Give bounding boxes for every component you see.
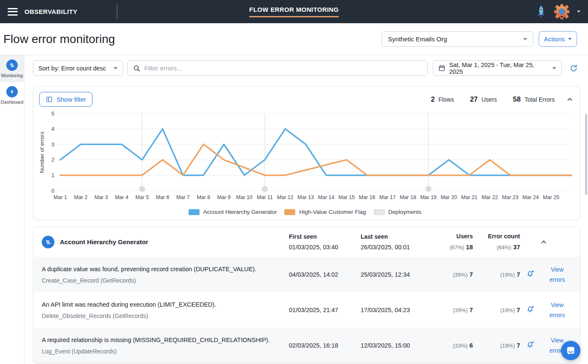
error-first-seen: 02/03/2025, 16:18	[289, 342, 361, 349]
error-count: (19%) 7	[473, 306, 520, 314]
add-alert-bell-icon[interactable]	[526, 340, 535, 349]
filter-errors-searchbox[interactable]	[127, 60, 428, 76]
error-count: (19%) 7	[473, 271, 520, 278]
svg-text:Mar 3: Mar 3	[94, 194, 108, 200]
svg-text:Mar 8: Mar 8	[197, 194, 210, 200]
error-users: (39%) 7	[432, 306, 473, 314]
svg-text:5: 5	[51, 111, 54, 117]
refresh-button[interactable]	[567, 62, 580, 75]
error-message: A duplicate value was found, preventing …	[42, 266, 289, 272]
actions-button[interactable]: Actions	[539, 31, 577, 47]
column-header-last-seen: Last seen	[361, 233, 432, 240]
errors-chart-panel: Show filter 2Flows 27Users 58Total Error…	[33, 86, 580, 220]
panel-toggle-icon	[46, 96, 53, 103]
vertical-scrollbar[interactable]	[585, 114, 587, 195]
date-range-dropdown[interactable]: Sat, Mar 1, 2025 - Tue, Mar 25, 2025	[433, 60, 562, 76]
column-header-users: Users	[432, 233, 473, 240]
filter-errors-input[interactable]	[144, 65, 422, 72]
chat-launcher-button[interactable]	[561, 341, 580, 360]
svg-text:Mar 18: Mar 18	[400, 194, 416, 200]
chevron-down-icon	[523, 38, 527, 40]
error-users: (33%) 6	[432, 342, 473, 349]
flow-last-seen: 26/03/2025, 00:01	[361, 244, 432, 251]
svg-text:1: 1	[51, 172, 54, 178]
sort-by-dropdown[interactable]: Sort by: Error count desc	[33, 60, 123, 76]
svg-text:Mar 20: Mar 20	[441, 194, 457, 200]
view-errors-link[interactable]: View errors	[548, 300, 566, 321]
legend-item: Account Hierarchy Generator	[189, 209, 277, 215]
svg-text:Mar 1: Mar 1	[54, 194, 67, 200]
flows-count: 2	[431, 95, 434, 103]
topbar-divider	[117, 4, 117, 19]
chevron-down-icon	[552, 67, 556, 70]
svg-text:Mar 17: Mar 17	[379, 194, 396, 200]
svg-text:Mar 15: Mar 15	[338, 194, 355, 200]
svg-text:Mar 2: Mar 2	[74, 194, 88, 200]
search-icon	[133, 65, 140, 72]
sidebar-item-label: Monitoring	[1, 73, 23, 78]
svg-text:Mar 6: Mar 6	[156, 194, 169, 200]
chevron-down-icon	[113, 67, 118, 70]
lightning-icon	[6, 86, 18, 97]
sidebar-item-dashboard[interactable]: Dashboard	[0, 82, 24, 108]
column-header-first-seen: First seen	[289, 233, 361, 240]
error-last-seen: 25/03/2025, 12:34	[361, 271, 432, 278]
filter-toolbar: Sort by: Error count desc	[33, 60, 580, 76]
svg-text:Mar 19: Mar 19	[420, 194, 437, 200]
svg-text:Mar 11: Mar 11	[257, 194, 273, 200]
column-header-error-count: Error count	[473, 233, 520, 240]
deployments-swatch	[374, 209, 385, 215]
collapse-flow-button[interactable]	[540, 239, 547, 245]
chevron-down-icon	[568, 38, 572, 40]
hamburger-menu-icon[interactable]	[8, 8, 18, 16]
error-first-seen: 01/03/2025, 21:47	[289, 307, 361, 313]
sidebar-item-label: Dashboard	[1, 100, 24, 105]
flow-name: Account Hierarchy Generator	[60, 238, 148, 245]
error-message: A required relationship is missing (MISS…	[42, 337, 289, 343]
active-page-tab[interactable]: FLOW ERROR MONITORING	[249, 6, 339, 17]
org-selector-value: Synthetic Emails Org	[388, 35, 447, 43]
errors-line-chart: 012345Mar 1Mar 2Mar 3Mar 4Mar 5Mar 6Mar …	[38, 109, 575, 208]
users-count: 27	[470, 95, 477, 103]
rocket-icon[interactable]	[536, 5, 547, 19]
actions-button-label: Actions	[544, 35, 565, 43]
error-message: An API limit was reached during executio…	[42, 301, 289, 308]
svg-text:3: 3	[51, 141, 54, 148]
show-filter-label: Show filter	[57, 96, 86, 103]
calendar-icon	[438, 65, 445, 72]
top-navigation-bar: OBSERVABILITY FLOW ERROR MONITORING	[0, 0, 588, 23]
date-range-value: Sat, Mar 1, 2025 - Tue, Mar 25, 2025	[449, 62, 548, 75]
avatar-menu-caret-icon[interactable]	[577, 11, 580, 13]
collapse-chart-button[interactable]	[566, 96, 573, 103]
error-last-seen: 17/03/2025, 04:23	[361, 307, 432, 313]
error-source: Delete_Obsolete_Records (GetRecords)	[42, 313, 289, 319]
add-alert-bell-icon[interactable]	[526, 270, 535, 278]
error-row: A duplicate value was found, preventing …	[33, 257, 580, 292]
legend-item: Deployments	[374, 209, 422, 215]
error-rows: A duplicate value was found, preventing …	[33, 257, 580, 363]
flow-waves-icon	[42, 236, 54, 248]
org-selector-dropdown[interactable]: Synthetic Emails Org	[382, 31, 534, 47]
summary-stats: 2Flows 27Users 58Total Errors	[431, 95, 555, 103]
svg-text:0: 0	[51, 188, 54, 194]
flow-first-seen: 01/03/2025, 03:40	[289, 244, 361, 251]
svg-text:Mar 14: Mar 14	[318, 194, 334, 200]
series-swatch	[284, 209, 295, 215]
error-row: A required relationship is missing (MISS…	[33, 328, 580, 363]
left-sidebar: Monitoring Dashboard	[0, 55, 24, 364]
user-avatar[interactable]	[553, 3, 570, 20]
sort-by-value: Sort by: Error count desc	[38, 65, 106, 72]
page-header: Flow error monitoring Synthetic Emails O…	[0, 23, 588, 55]
show-filter-button[interactable]: Show filter	[39, 92, 92, 107]
view-errors-link[interactable]: View errors	[548, 264, 566, 285]
sidebar-item-monitoring[interactable]: Monitoring	[0, 55, 24, 82]
add-alert-bell-icon[interactable]	[526, 305, 535, 314]
svg-text:Mar 24: Mar 24	[523, 194, 539, 200]
series-swatch	[189, 209, 200, 215]
flow-waves-icon	[6, 59, 18, 71]
legend-item: High-Value Customer Flag	[284, 209, 366, 215]
svg-text:Mar 21: Mar 21	[461, 194, 477, 200]
error-users: (39%) 7	[432, 271, 473, 278]
svg-text:Mar 9: Mar 9	[217, 194, 231, 200]
error-source: Create_Case_Record (GetRecords)	[42, 277, 289, 284]
